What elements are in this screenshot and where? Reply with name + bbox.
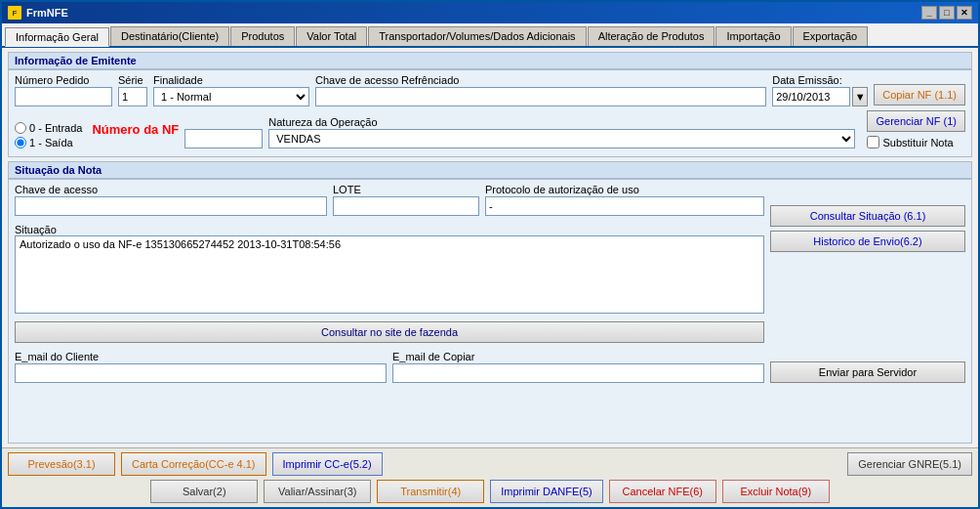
protocolo-group: Protocolo de autorização de uso <box>485 184 764 216</box>
radio-saida: 1 - Saída <box>15 137 82 148</box>
imprimir-danfe-button[interactable]: Imprimir DANFE(5) <box>490 480 603 503</box>
tab-valor-total[interactable]: Valor Total <box>296 26 367 46</box>
protocolo-input[interactable] <box>485 196 764 216</box>
main-window: F FrmNFE _ □ ✕ Informação Geral Destinat… <box>0 0 980 509</box>
lote-input[interactable] <box>333 196 479 216</box>
data-emissao-calendar-btn[interactable]: ▼ <box>852 87 868 106</box>
consultar-situacao-button[interactable]: Consultar Situação (6.1) <box>770 205 965 227</box>
app-icon: F <box>8 6 21 20</box>
previsao-button[interactable]: Prevesão(3.1) <box>8 452 115 476</box>
consultar-fazenda-button[interactable]: Consultar no site de fazenda <box>15 321 764 343</box>
chave-acesso-input[interactable] <box>15 196 327 216</box>
finalidade-group: Finalidade 1 - Normal <box>153 74 309 106</box>
radio-saida-input[interactable] <box>15 137 26 148</box>
situacao-left: Chave de acesso LOTE Protocolo de autori… <box>15 184 764 383</box>
minimize-button[interactable]: _ <box>921 6 937 20</box>
lote-group: LOTE <box>333 184 479 216</box>
bottom-row2: Salvar(2) Valiar/Assinar(3) Transmitir(4… <box>8 480 972 503</box>
historico-envio-button[interactable]: Historico de Envio(6.2) <box>770 231 965 252</box>
emitente-section: Informação de Emitente Número Pedido Sér… <box>8 52 972 157</box>
emitente-row2: 0 - Entrada 1 - Saída Número da NF Natur… <box>15 110 965 148</box>
situacao-right: Consultar Situação (6.1) Historico de En… <box>770 184 965 383</box>
emitente-form: Número Pedido Série Finalidade 1 - Norma… <box>8 69 972 157</box>
tab-importacao[interactable]: Importação <box>715 26 791 46</box>
chave-row: Chave de acesso LOTE Protocolo de autori… <box>15 184 764 216</box>
numero-nf-label: Número da NF <box>92 122 179 137</box>
bottom-bar: Prevesão(3.1) Carta Correção(CC-e 4.1) I… <box>2 447 978 507</box>
numero-pedido-group: Número Pedido <box>15 74 112 106</box>
tab-destinatario[interactable]: Destinatário(Cliente) <box>110 26 229 46</box>
tab-bar: Informação Geral Destinatário(Cliente) P… <box>2 23 978 48</box>
emitente-row1: Número Pedido Série Finalidade 1 - Norma… <box>15 74 965 106</box>
substituir-nota-checkbox[interactable] <box>867 136 879 148</box>
enviar-servidor-button[interactable]: Enviar para Servidor <box>770 361 965 383</box>
right-buttons: Gerenciar NF (1) Substituir Nota <box>867 110 965 148</box>
email-copiar-label: E_mail de Copiar <box>392 351 764 362</box>
situacao-form: Chave de acesso LOTE Protocolo de autori… <box>8 179 972 444</box>
numero-nf-input[interactable] <box>184 129 263 148</box>
chave-acesso-group: Chave de acesso <box>15 184 327 216</box>
natureza-select[interactable]: VENDAS <box>268 129 855 148</box>
salvar-button[interactable]: Salvar(2) <box>150 480 258 503</box>
radio-entrada-label: 0 - Entrada <box>29 122 82 134</box>
situacao-grid: Chave de acesso LOTE Protocolo de autori… <box>15 184 965 383</box>
situacao-textarea-group: Situação Autorizado o uso da NF-e 135130… <box>15 224 764 316</box>
close-button[interactable]: ✕ <box>957 6 972 20</box>
gerenciar-gnre-button[interactable]: Gerenciar GNRE(5.1) <box>847 452 972 476</box>
email-cliente-input[interactable] <box>15 363 387 383</box>
carta-correcao-button[interactable]: Carta Correção(CC-e 4.1) <box>121 452 266 476</box>
main-content: Informação de Emitente Número Pedido Sér… <box>2 48 978 447</box>
chave-acesso-label: Chave de acesso <box>15 184 327 195</box>
substituir-nota-row: Substituir Nota <box>867 136 965 148</box>
transmitir-button[interactable]: Transmitir(4) <box>377 480 484 503</box>
substituir-nota-label: Substituir Nota <box>882 137 953 148</box>
tab-transportador[interactable]: Transportador/Volumes/Dados Adicionais <box>368 26 586 46</box>
natureza-group: Natureza da Operação VENDAS <box>268 116 855 148</box>
data-emissao-group: Data Emissão: ▼ <box>772 74 868 106</box>
finalidade-label: Finalidade <box>153 74 309 86</box>
tab-produtos[interactable]: Produtos <box>230 26 295 46</box>
window-title: FrmNFE <box>26 7 68 19</box>
numero-pedido-label: Número Pedido <box>15 74 112 86</box>
email-row: E_mail do Cliente E_mail de Copiar <box>15 351 764 383</box>
tab-alteracao[interactable]: Alteração de Produtos <box>588 26 715 46</box>
data-emissao-input[interactable] <box>772 87 850 106</box>
situacao-header: Situação da Nota <box>8 161 972 179</box>
gerenciar-nf-button[interactable]: Gerenciar NF (1) <box>867 110 965 132</box>
situacao-textarea[interactable]: Autorizado o uso da NF-e 135130665274452… <box>15 235 764 314</box>
numero-pedido-input[interactable] <box>15 87 112 106</box>
email-cliente-label: E_mail do Cliente <box>15 351 387 362</box>
tab-exportacao[interactable]: Exportação <box>793 26 869 46</box>
serie-label: Série <box>118 74 147 86</box>
radio-entrada: 0 - Entrada <box>15 122 82 134</box>
situacao-section: Situação da Nota Chave de acesso LOTE <box>8 161 972 444</box>
tab-informacao-geral[interactable]: Informação Geral <box>5 27 109 47</box>
finalidade-select[interactable]: 1 - Normal <box>153 87 309 106</box>
maximize-button[interactable]: □ <box>939 6 955 20</box>
tipo-radio-group: 0 - Entrada 1 - Saída <box>15 122 82 148</box>
chave-ref-input[interactable] <box>315 87 766 106</box>
emitente-header: Informação de Emitente <box>8 52 972 69</box>
excluir-nota-button[interactable]: Excluir Nota(9) <box>722 480 830 503</box>
serie-input[interactable] <box>118 87 147 106</box>
title-bar-left: F FrmNFE <box>8 6 68 20</box>
imprimir-cc-button[interactable]: Imprimir CC-e(5.2) <box>272 452 383 476</box>
title-bar: F FrmNFE _ □ ✕ <box>2 2 978 23</box>
lote-label: LOTE <box>333 184 479 195</box>
protocolo-label: Protocolo de autorização de uso <box>485 184 764 195</box>
bottom-row1: Prevesão(3.1) Carta Correção(CC-e 4.1) I… <box>8 452 972 476</box>
serie-group: Série <box>118 74 147 106</box>
email-copiar-input[interactable] <box>392 363 764 383</box>
window-controls: _ □ ✕ <box>921 6 972 20</box>
valiar-button[interactable]: Valiar/Assinar(3) <box>264 480 371 503</box>
email-cliente-group: E_mail do Cliente <box>15 351 387 383</box>
chave-ref-group: Chave de acesso Refrênciado <box>315 74 766 106</box>
natureza-label: Natureza da Operação <box>268 116 855 128</box>
radio-entrada-input[interactable] <box>15 122 26 134</box>
copiar-nf-button[interactable]: Copiar NF (1.1) <box>874 84 965 106</box>
cancelar-nfe-button[interactable]: Cancelar NFE(6) <box>609 480 716 503</box>
email-copiar-group: E_mail de Copiar <box>392 351 764 383</box>
radio-saida-label: 1 - Saída <box>29 137 73 148</box>
data-emissao-label: Data Emissão: <box>772 74 868 86</box>
chave-ref-label: Chave de acesso Refrênciado <box>315 74 766 86</box>
